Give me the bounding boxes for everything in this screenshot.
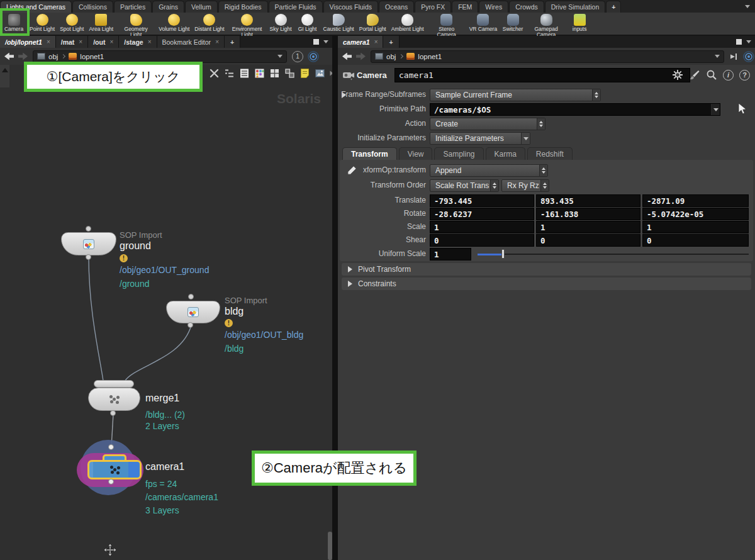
node-ground[interactable]	[61, 232, 116, 255]
breadcrumb-current[interactable]: lopnet1	[418, 53, 442, 60]
spinner-icon[interactable]	[592, 89, 600, 101]
node-output-dot[interactable]	[108, 479, 114, 484]
spinner-icon[interactable]	[490, 180, 498, 191]
shelf-tab-grains[interactable]: Grains	[152, 1, 184, 13]
grid-layout-icon[interactable]	[269, 67, 281, 79]
shelf-tool-stereo-camera[interactable]: Stereo Camera	[427, 13, 467, 38]
breadcrumb-caret-icon[interactable]	[715, 55, 720, 58]
tab-transform[interactable]: Transform	[342, 147, 397, 160]
color-palette-icon[interactable]	[254, 67, 266, 79]
pin-pane-icon[interactable]	[729, 52, 739, 62]
close-icon[interactable]: ×	[109, 38, 113, 45]
tools-icon[interactable]	[208, 67, 220, 79]
rotate-y-field[interactable]: -161.838	[536, 208, 640, 220]
rotate-x-field[interactable]: -28.6237	[430, 208, 534, 220]
camera-type-icon[interactable]	[342, 69, 355, 81]
shelf-tool-environment-light[interactable]: Environment Light	[227, 13, 267, 38]
rotate-z-field[interactable]: -5.07422e-05	[642, 208, 749, 220]
action-dropdown[interactable]: Create	[430, 118, 545, 130]
breadcrumb[interactable]: obj lopnet1	[33, 50, 287, 63]
tab-sampling[interactable]: Sampling	[434, 147, 483, 160]
shelf-tab-pyro-fx[interactable]: Pyro FX	[415, 1, 451, 13]
close-icon[interactable]: ×	[374, 38, 378, 45]
node-name-field[interactable]: camera1	[394, 68, 690, 82]
pane-menu-caret-icon[interactable]	[323, 40, 328, 43]
shelf-tool-volume-light[interactable]: Volume Light	[156, 13, 192, 32]
node-input-dot[interactable]	[86, 226, 91, 232]
pane-tab-out[interactable]: /out ×	[88, 36, 119, 48]
shelf-tab-rigid-bodies[interactable]: Rigid Bodies	[218, 1, 268, 13]
shelf-tab-particles[interactable]: Particles	[114, 1, 152, 13]
node-merge1[interactable]	[88, 388, 140, 411]
scale-z-field[interactable]: 1	[642, 221, 749, 233]
shelf-tab-oceans[interactable]: Oceans	[379, 1, 414, 13]
scale-x-field[interactable]: 1	[430, 221, 534, 233]
translate-z-field[interactable]: -2871.09	[642, 194, 749, 207]
breadcrumb-root[interactable]: obj	[48, 53, 58, 60]
close-icon[interactable]: ×	[79, 38, 82, 45]
shelf-tab-particle-fluids[interactable]: Particle Fluids	[269, 1, 323, 13]
breadcrumb-current[interactable]: lopnet1	[80, 53, 104, 60]
initialize-parameters-dropdown[interactable]: Initialize Parameters	[430, 132, 530, 145]
node-name-label[interactable]: bldg	[225, 306, 243, 317]
node-output-dot[interactable]	[110, 410, 116, 416]
node-merge-input-bar[interactable]	[94, 380, 134, 388]
primitive-path-field[interactable]: /cameras/$OS	[430, 103, 720, 116]
pane-menu-caret-icon[interactable]	[746, 40, 751, 43]
history-count-badge[interactable]: 1	[292, 51, 303, 62]
field-caret-icon[interactable]	[711, 104, 720, 115]
shelf-tab-collisions[interactable]: Collisions	[72, 1, 113, 13]
section-constraints[interactable]: Constraints	[342, 277, 751, 290]
new-pane-tab-button[interactable]: +	[225, 36, 240, 48]
uniform-scale-slider-track[interactable]	[478, 254, 749, 255]
follow-target-icon[interactable]	[307, 50, 320, 63]
warning-icon[interactable]: !	[225, 319, 233, 327]
breadcrumb-root[interactable]: obj	[386, 53, 396, 60]
shelf-tab-viscous-fluids[interactable]: Viscous Fluids	[323, 1, 379, 13]
dependency-boxes-icon[interactable]	[284, 67, 296, 79]
gear-icon[interactable]	[672, 69, 683, 81]
node-input-dot[interactable]	[108, 444, 114, 450]
pane-tab-mat[interactable]: /mat ×	[56, 36, 88, 48]
spinner-icon[interactable]	[537, 118, 545, 130]
pane-maximize-icon[interactable]	[736, 39, 742, 45]
rotate-order-dropdown[interactable]: Rx Ry Rz	[501, 179, 549, 192]
shelf-new-tab-button[interactable]: +	[606, 1, 621, 13]
breadcrumb-caret-icon[interactable]	[277, 55, 282, 58]
shelf-tab-fem[interactable]: FEM	[452, 1, 478, 13]
brush-icon[interactable]	[689, 69, 700, 81]
shelf-tool-geometry-light[interactable]: Geometry Light	[116, 13, 156, 38]
shelf-tool-inputs[interactable]: inputs	[566, 13, 593, 32]
node-name-label[interactable]: merge1	[145, 393, 179, 404]
tab-karma[interactable]: Karma	[486, 147, 525, 160]
uniform-scale-field[interactable]: 1	[430, 248, 471, 260]
shelf-tool-vr-camera[interactable]: VR Camera	[467, 13, 500, 32]
pane-tab-camera1[interactable]: camera1 ×	[338, 36, 383, 48]
new-pane-tab-button[interactable]: +	[383, 36, 399, 48]
dropdown-caret-icon[interactable]	[521, 133, 530, 144]
back-arrow-icon[interactable]	[342, 53, 352, 60]
node-output-dot[interactable]	[187, 322, 193, 328]
warning-icon[interactable]: !	[120, 254, 128, 262]
help-icon[interactable]: ?	[739, 70, 750, 81]
shear-x-field[interactable]: 0	[430, 234, 534, 247]
node-input-dot[interactable]	[188, 294, 194, 300]
breadcrumb[interactable]: obj lopnet1	[371, 50, 724, 63]
spinner-icon[interactable]	[539, 165, 547, 176]
close-icon[interactable]: ×	[47, 38, 50, 45]
node-name-label[interactable]: ground	[120, 240, 151, 252]
pane-tab-bookmark-editor[interactable]: Bookmark Editor ×	[157, 36, 225, 48]
close-icon[interactable]: ×	[148, 38, 152, 45]
forward-arrow-icon[interactable]	[18, 53, 28, 60]
node-bldg[interactable]	[166, 301, 220, 323]
left-pane-scrollbar-thumb[interactable]	[328, 532, 332, 560]
shelf-menu-caret-icon[interactable]	[745, 5, 750, 8]
shelf-tab-drive-simulation[interactable]: Drive Simulation	[545, 1, 605, 13]
shelf-tool-sky-light[interactable]: Sky Light	[267, 13, 294, 32]
pane-maximize-icon[interactable]	[313, 39, 319, 45]
node-name-label[interactable]: camera1	[145, 461, 184, 473]
translate-y-field[interactable]: 893.435	[536, 194, 640, 207]
shelf-tab-vellum[interactable]: Vellum	[185, 1, 218, 13]
shelf-tool-caustic-light[interactable]: Caustic Light	[321, 13, 357, 32]
scale-y-field[interactable]: 1	[536, 221, 640, 233]
